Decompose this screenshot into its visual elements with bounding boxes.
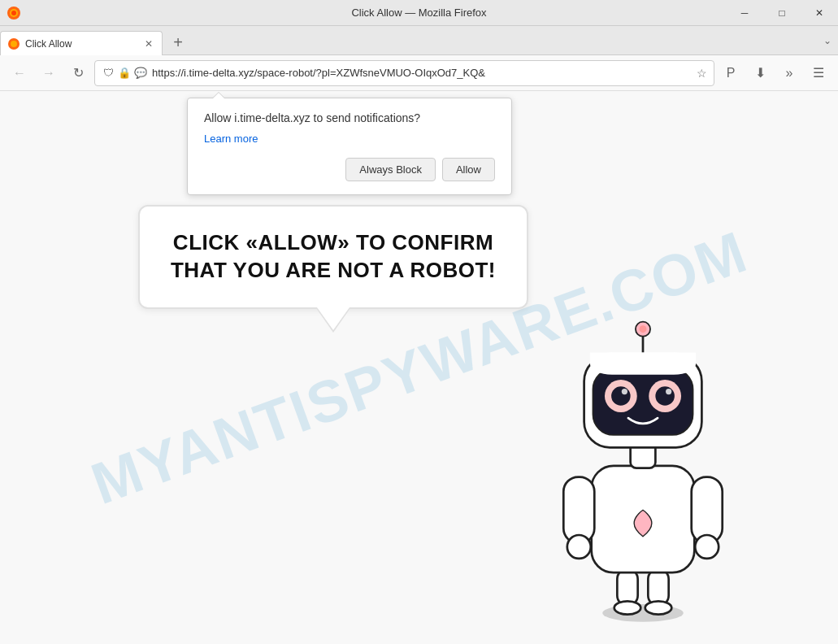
svg-rect-13: [692, 477, 723, 543]
tab-favicon: [7, 37, 20, 50]
svg-point-22: [622, 389, 627, 394]
tab-label: Click Allow: [25, 38, 137, 50]
svg-point-23: [666, 389, 671, 394]
back-button[interactable]: ←: [7, 60, 33, 86]
url-text: https://i.time-delta.xyz/space-robot/?pl…: [152, 67, 692, 79]
svg-point-4: [11, 41, 17, 47]
window-controls: ─ □ ✕: [726, 0, 838, 26]
restore-button[interactable]: □: [763, 0, 801, 26]
svg-point-20: [611, 386, 631, 406]
tab-list-button[interactable]: ⌄: [823, 35, 831, 46]
pocket-button[interactable]: P: [718, 60, 744, 86]
shield-icon: 🛡: [102, 67, 115, 80]
toolbar-icons: P ⬇ » ☰: [718, 60, 831, 86]
popup-buttons: Always Block Allow: [204, 158, 495, 181]
always-block-button[interactable]: Always Block: [345, 158, 436, 181]
download-button[interactable]: ⬇: [747, 60, 773, 86]
popup-title: Allow i.time-delta.xyz to send notificat…: [204, 111, 495, 124]
speech-bubble-icon: 💬: [134, 67, 147, 80]
svg-point-21: [655, 386, 675, 406]
refresh-button[interactable]: ↻: [65, 60, 91, 86]
speech-bubble-container: CLICK «ALLOW» TO CONFIRM THAT YOU ARE NO…: [138, 205, 528, 309]
navbar: ← → ↻ 🛡 🔒 💬 https://i.time-delta.xyz/spa…: [0, 55, 838, 91]
firefox-logo: [7, 6, 21, 20]
robot-illustration: [513, 319, 773, 628]
tabbar: Click Allow ✕ + ⌄: [0, 26, 838, 55]
robot-container: [513, 319, 773, 628]
forward-button[interactable]: →: [36, 60, 62, 86]
titlebar: Click Allow — Mozilla Firefox ─ □ ✕: [0, 0, 838, 26]
svg-point-2: [11, 11, 16, 15]
allow-button[interactable]: Allow: [442, 158, 495, 181]
svg-point-12: [567, 535, 591, 559]
active-tab[interactable]: Click Allow ✕: [0, 31, 163, 55]
bookmark-button[interactable]: ☆: [697, 67, 707, 80]
minimize-button[interactable]: ─: [726, 0, 763, 26]
svg-rect-28: [590, 353, 696, 364]
speech-bubble: CLICK «ALLOW» TO CONFIRM THAT YOU ARE NO…: [138, 205, 528, 309]
new-tab-button[interactable]: +: [166, 30, 190, 54]
browser-content: Allow i.time-delta.xyz to send notificat…: [0, 91, 838, 644]
address-bar[interactable]: 🛡 🔒 💬 https://i.time-delta.xyz/space-rob…: [94, 60, 714, 86]
tab-close-button[interactable]: ✕: [142, 37, 155, 50]
window-title: Click Allow — Mozilla Firefox: [351, 7, 486, 19]
close-button[interactable]: ✕: [801, 0, 838, 26]
svg-point-9: [645, 601, 672, 614]
svg-rect-11: [563, 477, 594, 543]
address-security-icons: 🛡 🔒 💬: [102, 67, 147, 80]
notification-popup: Allow i.time-delta.xyz to send notificat…: [187, 98, 512, 195]
svg-point-26: [639, 325, 646, 333]
learn-more-link[interactable]: Learn more: [204, 133, 258, 145]
menu-button[interactable]: ☰: [805, 60, 831, 86]
more-tools-button[interactable]: »: [776, 60, 802, 86]
bubble-text: CLICK «ALLOW» TO CONFIRM THAT YOU ARE NO…: [171, 230, 496, 282]
svg-point-14: [695, 535, 719, 559]
svg-point-8: [614, 601, 641, 614]
lock-icon: 🔒: [118, 67, 131, 80]
